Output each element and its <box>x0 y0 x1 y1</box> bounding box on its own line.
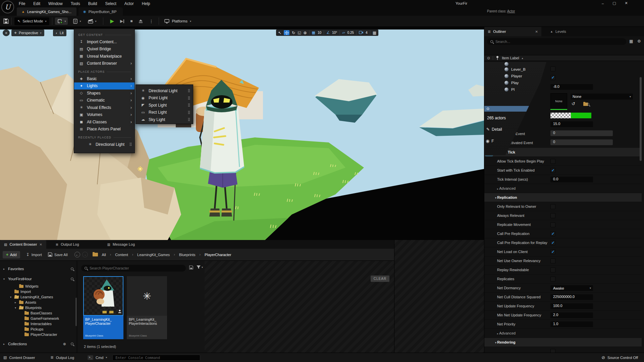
filter-dropdown[interactable]: ▾ <box>197 265 203 269</box>
camera-speed-value[interactable]: 4 <box>366 31 368 35</box>
menubar-item[interactable]: Edit <box>33 1 40 6</box>
close-icon[interactable]: ✕ <box>625 1 628 5</box>
value-field[interactable]: 100.0 <box>550 303 593 309</box>
drag-handle-icon[interactable] <box>188 111 190 114</box>
viewport-menu-button[interactable]: ≡ <box>3 29 10 36</box>
color-swatch-green[interactable] <box>571 113 591 118</box>
scale-snap-icon[interactable]: ▱ <box>342 31 345 35</box>
details-row[interactable]: Only Relevant to Owner ✓ ▾ <box>484 202 642 211</box>
details-row[interactable]: Net Use Owner Relevancy ✓ ▾ <box>484 256 642 265</box>
drag-handle-icon[interactable] <box>188 89 190 93</box>
details-row[interactable]: Advanced ✓ ▾ <box>484 184 642 193</box>
details-scrollbar[interactable] <box>640 77 642 161</box>
details-row[interactable]: Net Dormancy ✓ Awake Awake▾ <box>484 284 642 293</box>
menu-item[interactable]: ◤ Spot Light <box>136 102 193 109</box>
save-search-icon[interactable] <box>189 265 193 269</box>
scale-snap-value[interactable]: 0.25 <box>347 31 354 35</box>
asset-dropdown[interactable]: None▾ <box>571 94 633 100</box>
lit-dropdown[interactable]: ◐ Lit <box>53 29 66 36</box>
menu-item[interactable]: ⊞ Place Actors Panel <box>74 126 135 133</box>
menu-item[interactable]: ▤ Quixel Bridge <box>74 46 135 53</box>
source-control-button[interactable]: ⊘ Source Control Off <box>601 355 638 360</box>
asset-search-input[interactable] <box>90 266 182 270</box>
grid-snap-icon[interactable]: ▦ <box>312 31 315 35</box>
menu-item[interactable]: ▭ Rect Light <box>136 109 193 116</box>
project-root-header[interactable]: ▾ YourFirstHour <box>0 276 77 282</box>
tree-folder-row[interactable]: ▸ Assets <box>0 300 77 305</box>
forward-icon[interactable]: → <box>82 252 88 257</box>
menu-item[interactable]: ✳ Directional Light <box>136 87 193 95</box>
tree-folder-row[interactable]: Pickups <box>0 326 77 332</box>
details-row[interactable]: Replication ✓ ▾ <box>484 193 642 202</box>
scale-tool-icon[interactable]: ◱ <box>298 31 301 35</box>
outliner-search-input[interactable] <box>495 40 623 44</box>
breadcrumb-item[interactable]: Content <box>115 253 128 257</box>
maximize-viewport-icon[interactable]: ▦ <box>373 31 376 35</box>
drag-handle-icon[interactable] <box>188 103 190 107</box>
favorites-header[interactable]: ▸ Favorites <box>0 265 77 272</box>
breadcrumb-item[interactable]: LearningKit_Games <box>137 253 170 257</box>
close-icon[interactable]: ✕ <box>39 243 42 246</box>
drag-handle-icon[interactable] <box>188 96 190 100</box>
color-swatch-alpha[interactable] <box>550 113 571 118</box>
checkbox[interactable] <box>550 66 555 71</box>
tree-folder-row[interactable]: PlayerCharacter <box>0 332 77 337</box>
details-row[interactable]: Tick Interval (secs) ✓ 0.0 0.0▾ <box>484 175 642 184</box>
value-field[interactable]: -8.0 <box>550 84 593 90</box>
menu-item[interactable]: ▧ Content Browser › <box>74 60 135 67</box>
asset-tile-player-interactions[interactable]: ✳ BPI_LearningKit_ PlayerInteractions Bl… <box>127 276 167 339</box>
tree-folder-row[interactable]: ▾ LearningKit_Games <box>0 294 77 300</box>
platforms-dropdown[interactable]: Platforms ▾ <box>162 19 194 23</box>
breadcrumb-item[interactable]: All <box>102 253 106 257</box>
tree-folder-row[interactable]: ▾ Blueprints <box>0 305 77 310</box>
skip-icon[interactable]: ▶ <box>120 19 124 23</box>
cinematics-dropdown[interactable]: ▾ <box>86 18 98 24</box>
drag-handle-icon[interactable] <box>129 142 132 146</box>
value-field[interactable]: 0.0 <box>550 177 593 182</box>
menubar-item[interactable]: Build <box>88 1 97 6</box>
outliner-search[interactable] <box>487 38 626 45</box>
import-button[interactable]: ↧ Import <box>26 252 42 257</box>
details-row[interactable]: Net Load on Client ✓ ▾ <box>484 247 642 256</box>
kebab-icon[interactable]: ⋮ <box>149 19 153 24</box>
checkbox[interactable]: ✓ <box>550 249 555 254</box>
asset-search[interactable] <box>81 265 186 272</box>
expand-arrow-icon[interactable]: ▾ <box>10 296 13 299</box>
tab-levels[interactable]: ▲ Levels <box>547 27 570 36</box>
grid-view-icon[interactable]: ▦ <box>629 39 633 44</box>
add-collection-icon[interactable]: ⊕ <box>63 342 66 346</box>
menu-item[interactable]: ◇ Shapes › <box>74 89 135 97</box>
output-log-button[interactable]: ≣ Output Log <box>50 355 74 360</box>
details-row[interactable]: Call Pre Replication for Replay ✓ ▾ <box>484 238 642 247</box>
menu-item[interactable]: ↧ Import Content... <box>74 38 135 46</box>
value-field[interactable]: 2.0 <box>550 312 593 318</box>
gear-icon[interactable]: ⚙ <box>637 39 641 44</box>
breadcrumb-item[interactable]: Blueprints <box>179 253 196 257</box>
play-icon[interactable]: ▶ <box>110 18 114 24</box>
tree-folder-row[interactable]: Interactables <box>0 321 77 326</box>
move-tool-icon[interactable] <box>284 30 289 35</box>
outliner-actor-row[interactable]: Player <box>484 73 546 79</box>
menu-item[interactable]: ▭ Cinematic › <box>74 97 135 104</box>
menubar-item[interactable]: Select <box>105 1 116 6</box>
menubar-item[interactable]: Window <box>48 1 63 6</box>
details-row[interactable]: Min Net Update Frequency ✓ 2.0 2.0▾ <box>484 311 642 320</box>
value-field[interactable]: 15.0 <box>550 121 593 127</box>
menu-item[interactable]: ◈ Basic › <box>74 75 135 82</box>
asset-tile-player-character[interactable]: BP_LearningKit_ PlayerCharacter Blueprin… <box>83 276 123 339</box>
collections-header[interactable]: ▸ Collections ⊕ <box>0 341 77 347</box>
details-row[interactable]: Allow Tick Before Begin Play ✓ ▾ <box>484 157 642 166</box>
checkbox[interactable]: ✓ <box>550 267 555 273</box>
eye-icon[interactable]: ⊙ <box>487 56 490 60</box>
maximize-icon[interactable]: ▢ <box>612 1 616 5</box>
use-selected-icon[interactable]: ↺ <box>572 101 575 106</box>
details-row[interactable]: Net Priority ✓ 1.0 1.0▾ <box>484 320 642 329</box>
clear-button[interactable]: CLEAR <box>371 276 389 282</box>
menubar-item[interactable]: Help <box>142 1 150 6</box>
save-icon[interactable] <box>3 18 9 24</box>
tree-folder-row[interactable]: BaseClasses <box>0 310 77 316</box>
details-row[interactable]: Advanced ✓ ▾ <box>484 329 642 338</box>
tab-content-browser[interactable]: ▧ Content Browser ✕ <box>0 240 46 249</box>
select-mode-dropdown[interactable]: ↖ Select Mode ▾ <box>14 17 49 25</box>
checkbox[interactable]: ✓ <box>550 240 555 245</box>
